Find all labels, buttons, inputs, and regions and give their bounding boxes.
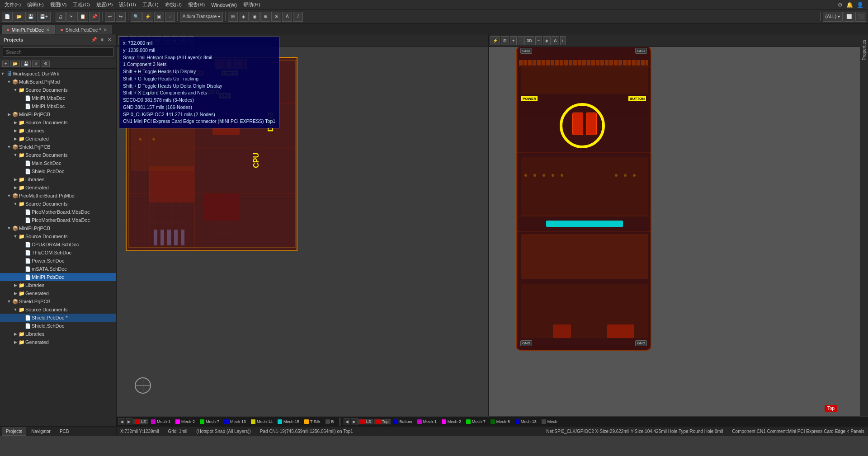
layer-mech2-right[interactable]: Mech-2 xyxy=(439,419,463,424)
settings-project-btn[interactable]: ⚙ xyxy=(42,61,50,67)
tree-shieldschdoc2[interactable]: 📄 Shield.SchDoc xyxy=(0,322,116,330)
layer-tsilk-left[interactable]: T-Silk xyxy=(302,419,323,424)
tree-minipcb1[interactable]: ▶ 📦 MiniPi.PrjPCB xyxy=(0,110,116,118)
tree-shieldpcb2[interactable]: ▼ 📦 Shield.PrjPCB xyxy=(0,297,116,306)
tree-minipipcbdoc[interactable]: 📄 MiniPi.PcbDoc xyxy=(0,273,116,281)
tree-shieldpcbdoc[interactable]: 📄 Shield.PcbDoc xyxy=(0,167,116,175)
tree-minipipcb2-src[interactable]: ▼ 📁 Source Documents xyxy=(0,232,116,240)
pcb-canvas-area[interactable]: ⚡ ⊞ + - 3D ~ ◈ A / x: 732.000 mil y: 123… xyxy=(117,34,868,416)
3d-btn-r[interactable]: 3D xyxy=(524,36,534,45)
pcb-view-right[interactable]: ⚡ ⊞ + - 3D ~ ◈ A / GND GND GND GND xyxy=(489,34,860,416)
print-btn[interactable]: 🖨 xyxy=(56,12,66,22)
menu-help[interactable]: 帮助(H) xyxy=(241,0,263,9)
tree-minipcb1-gen[interactable]: ▶ 📁 Generated xyxy=(0,135,116,143)
tree-minipimba[interactable]: 📄 MiniPi.MbaDoc xyxy=(0,94,116,102)
zoom-btn[interactable]: 🔍 xyxy=(131,12,142,22)
layer-prev-left[interactable]: ◀ xyxy=(118,418,125,425)
zoom-fit-btn-r[interactable]: ⊞ xyxy=(501,36,509,45)
paste-btn[interactable]: 📌 xyxy=(89,12,100,22)
zoom-in-btn-r[interactable]: + xyxy=(510,36,517,45)
view7-btn[interactable]: A xyxy=(282,12,292,22)
layer-mech7-left[interactable]: Mech-7 xyxy=(198,419,222,424)
tab-minipi-pcb[interactable]: ■ MiniPi.PcbDoc ✕ xyxy=(2,25,55,34)
tree-shieldpcbdoc2[interactable]: 📄 Shield.PcbDoc * xyxy=(0,314,116,322)
tree-shieldpcb2-lib[interactable]: ▶ 📁 Libraries xyxy=(0,330,116,338)
highlight-btn-r[interactable]: ◈ xyxy=(543,36,551,45)
menu-window[interactable]: Window(W) xyxy=(208,1,240,9)
view8-btn[interactable]: / xyxy=(293,12,303,22)
new-btn[interactable]: 📄 xyxy=(2,12,13,22)
copy-btn[interactable]: 📋 xyxy=(77,12,88,22)
tree-minipipcb2[interactable]: ▼ 📦 MiniPi.PrjPCB xyxy=(0,224,116,232)
tree-picomboard[interactable]: ▼ 📦 PicoMotherBoard.PrjMbd xyxy=(0,192,116,200)
layer-top-right[interactable]: Top xyxy=(374,419,391,424)
notifications-icon[interactable]: 🔔 xyxy=(846,2,853,8)
zoom-out-btn-r[interactable]: - xyxy=(518,36,524,45)
save-all-btn[interactable]: 💾+ xyxy=(37,12,51,22)
pin-panel-btn[interactable]: 📌 xyxy=(90,37,98,42)
tree-multiboard-src[interactable]: ▼ 📁 Source Documents xyxy=(0,86,116,94)
filter-dropdown[interactable]: (ALL) ▾ xyxy=(823,12,843,22)
user-icon[interactable]: 👤 xyxy=(857,2,863,8)
layer-mech1-left[interactable]: Mech-1 xyxy=(149,419,173,424)
filter-btn-r[interactable]: ⚡ xyxy=(491,36,500,45)
layer-b-left[interactable]: B xyxy=(323,419,336,424)
pcb-view-left[interactable]: ⚡ ⊞ + - 3D ~ ◈ A / x: 732.000 mil y: 123… xyxy=(117,34,489,416)
tab-shield-pcb[interactable]: ■ Shield.PcbDoc * ✕ xyxy=(56,25,112,34)
undo-btn[interactable]: ↩ xyxy=(105,12,115,22)
tree-shieldpcb-lib[interactable]: ▶ 📁 Libraries xyxy=(0,175,116,183)
open-project-btn[interactable]: 📂 xyxy=(10,61,20,67)
expand-btn[interactable]: ⬜ xyxy=(844,12,854,22)
view2-btn[interactable]: ⊞ xyxy=(228,12,238,22)
close-panel-btn[interactable]: ✕ xyxy=(106,37,113,42)
menu-place[interactable]: 放置(P) xyxy=(94,0,116,9)
tree-minipipcb2-lib[interactable]: ▶ 📁 Libraries xyxy=(0,281,116,289)
tree-multiboard[interactable]: ▼ 📦 MultiBoard.PrjMbd xyxy=(0,78,116,86)
view5-btn[interactable]: ⊕ xyxy=(260,12,270,22)
tree-shieldpcb[interactable]: ▼ 📦 Shield.PrjPCB xyxy=(0,143,116,151)
tree-shieldpcb-src[interactable]: ▼ 📁 Source Documents xyxy=(0,151,116,159)
wire-btn[interactable]: ⟋ xyxy=(165,12,175,22)
open-btn[interactable]: 📂 xyxy=(14,12,24,22)
view3-btn[interactable]: ◈ xyxy=(239,12,249,22)
view-dropdown[interactable]: Altium Transpare ▾ xyxy=(180,12,223,22)
tree-minipipcb2-gen[interactable]: ▶ 📁 Generated xyxy=(0,289,116,297)
save-project-btn[interactable]: 💾 xyxy=(21,61,31,67)
sidebar-tab-pcb[interactable]: PCB xyxy=(56,428,73,436)
tab-close-minipi[interactable]: ✕ xyxy=(46,28,50,32)
layer-bottom-right[interactable]: Bottom xyxy=(391,419,415,424)
layer-mech13-right[interactable]: Mech-13 xyxy=(513,419,539,424)
tree-shieldpcb-gen[interactable]: ▶ 📁 Generated xyxy=(0,183,116,192)
tree-shieldpcb2-src[interactable]: ▼ 📁 Source Documents xyxy=(0,306,116,314)
tree-minimbs[interactable]: 📄 MiniPi.MbsDoc xyxy=(0,102,116,110)
menu-view[interactable]: 视图(V) xyxy=(47,0,70,9)
tree-minipcb1-src[interactable]: ▶ 📁 Source Documents xyxy=(0,118,116,127)
menu-route[interactable]: 布线(U) xyxy=(162,0,184,9)
layer-next-right[interactable]: ▶ xyxy=(351,418,358,425)
save-btn[interactable]: 💾 xyxy=(25,12,36,22)
layer-mech-right[interactable]: Mech xyxy=(539,419,560,424)
tree-cpudram[interactable]: 📄 CPU&DRAM.SchDoc xyxy=(0,240,116,249)
text-btn-r[interactable]: A xyxy=(552,36,559,45)
layer-mech8-right[interactable]: Mech-8 xyxy=(488,419,512,424)
new-project-btn[interactable]: + xyxy=(2,61,9,67)
properties-tab[interactable]: Properties xyxy=(861,36,868,64)
close-project-btn[interactable]: ✕ xyxy=(32,61,40,67)
tree-pico-src[interactable]: ▼ 📁 Source Documents xyxy=(0,200,116,208)
tree-tfcom[interactable]: 📄 TF&COM.SchDoc xyxy=(0,249,116,257)
tree-picomba[interactable]: 📄 PicoMotherBoard.MbaDoc xyxy=(0,216,116,224)
tree-minipcb1-lib[interactable]: ▶ 📁 Libraries xyxy=(0,127,116,135)
tree-workspace[interactable]: ▼ 🗄 Workspace1.DsnWrk xyxy=(0,70,116,78)
layer-ls-right[interactable]: LS xyxy=(358,419,373,424)
menu-file[interactable]: 文件(F) xyxy=(2,0,24,9)
component-btn[interactable]: ▣ xyxy=(154,12,164,22)
view4-btn[interactable]: ◉ xyxy=(250,12,259,22)
tree-picombsmbs[interactable]: 📄 PicoMotherBoard.MbsDoc xyxy=(0,208,116,216)
layer-next-left[interactable]: ▶ xyxy=(126,418,132,425)
menu-panel-btn[interactable]: ≡ xyxy=(99,37,105,42)
nets-btn-r[interactable]: ~ xyxy=(535,36,542,45)
menu-report[interactable]: 报告(R) xyxy=(185,0,208,9)
tree-msata[interactable]: 📄 mSATA.SchDoc xyxy=(0,265,116,273)
settings-icon[interactable]: ⚙ xyxy=(838,2,843,8)
menu-design[interactable]: 设计(D) xyxy=(116,0,138,9)
